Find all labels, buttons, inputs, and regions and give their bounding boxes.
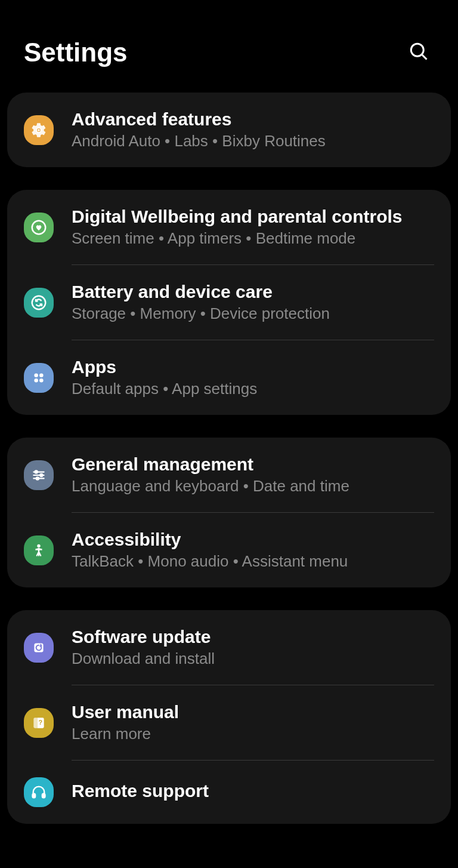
svg-rect-18 [33,793,36,798]
refresh-square-icon [24,633,54,663]
item-subtitle: Learn more [72,725,434,743]
item-title: Remote support [72,781,434,801]
svg-point-7 [34,378,38,383]
search-button[interactable] [403,36,434,69]
item-text: Advanced featuresAndroid Auto • Labs • B… [72,109,434,150]
settings-item-general-management[interactable]: General managementLanguage and keyboard … [7,438,451,512]
item-subtitle: Download and install [72,650,434,668]
svg-point-5 [34,373,38,377]
item-text: AppsDefault apps • App settings [72,357,434,398]
item-text: Battery and device careStorage • Memory … [72,282,434,323]
settings-item-digital-wellbeing[interactable]: Digital Wellbeing and parental controlsS… [7,190,451,264]
grid-dots-icon [24,363,54,393]
item-title: Accessibility [72,530,434,550]
gear-plus-icon [24,115,54,145]
settings-group: General managementLanguage and keyboard … [7,438,451,587]
book-question-icon: ? [24,708,54,738]
item-subtitle: Language and keyboard • Date and time [72,477,434,495]
settings-item-user-manual[interactable]: ?User manualLearn more [7,685,451,760]
item-text: User manualLearn more [72,702,434,743]
heart-circle-icon [24,213,54,242]
settings-item-apps[interactable]: AppsDefault apps • App settings [7,340,451,415]
item-subtitle: TalkBack • Mono audio • Assistant menu [72,552,434,571]
svg-point-6 [39,373,44,377]
person-icon [24,535,54,565]
sliders-icon [24,460,54,490]
item-subtitle: Default apps • App settings [72,380,434,398]
item-title: Apps [72,357,434,377]
item-subtitle: Android Auto • Labs • Bixby Routines [72,132,434,150]
svg-point-14 [36,477,39,479]
item-title: User manual [72,702,434,722]
item-title: General management [72,454,434,475]
search-icon [408,41,429,62]
settings-item-battery-device-care[interactable]: Battery and device careStorage • Memory … [7,265,451,340]
headphones-icon [24,777,54,807]
item-title: Software update [72,627,434,647]
svg-point-13 [40,473,42,476]
svg-point-4 [32,296,46,309]
item-subtitle: Storage • Memory • Device protection [72,304,434,323]
svg-line-1 [422,55,427,60]
item-text: General managementLanguage and keyboard … [72,454,434,495]
settings-item-accessibility[interactable]: AccessibilityTalkBack • Mono audio • Ass… [7,513,451,587]
header: Settings [0,0,458,93]
item-text: Software updateDownload and install [72,627,434,668]
item-text: Digital Wellbeing and parental controlsS… [72,207,434,248]
settings-item-remote-support[interactable]: Remote support [7,761,451,824]
settings-item-software-update[interactable]: Software updateDownload and install [7,610,451,685]
refresh-circle-icon [24,288,54,318]
settings-group: Advanced featuresAndroid Auto • Labs • B… [7,93,451,167]
item-title: Advanced features [72,109,434,130]
settings-item-advanced-features[interactable]: Advanced featuresAndroid Auto • Labs • B… [7,93,451,167]
item-title: Digital Wellbeing and parental controls [72,207,434,227]
item-title: Battery and device care [72,282,434,302]
item-text: AccessibilityTalkBack • Mono audio • Ass… [72,530,434,571]
settings-group: Software updateDownload and install?User… [7,610,451,824]
svg-point-0 [411,44,423,56]
svg-point-12 [35,470,38,473]
svg-point-8 [39,378,44,383]
item-subtitle: Screen time • App timers • Bedtime mode [72,229,434,248]
item-text: Remote support [72,781,434,804]
svg-rect-19 [42,793,45,798]
page-title: Settings [24,38,128,67]
settings-group: Digital Wellbeing and parental controlsS… [7,190,451,415]
svg-point-15 [37,544,40,547]
svg-text:?: ? [38,719,42,726]
